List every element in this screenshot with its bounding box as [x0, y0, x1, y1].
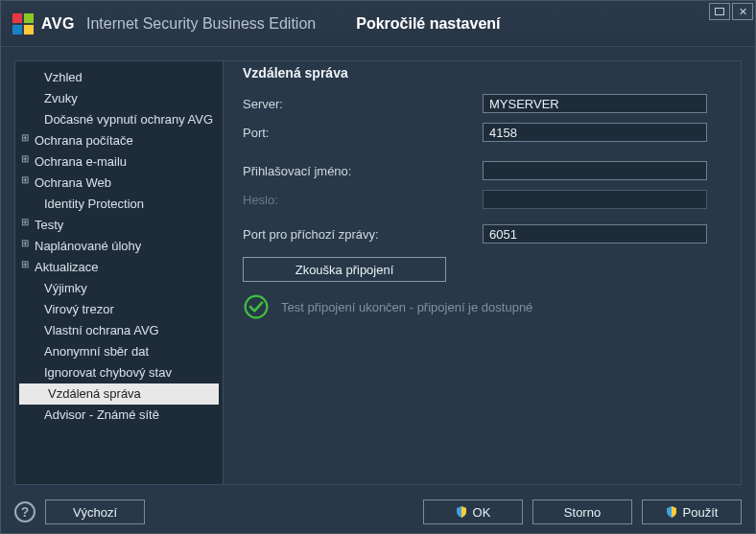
sidebar-item-docasne-vypnuti[interactable]: Dočasné vypnutí ochrany AVG [15, 109, 223, 130]
check-circle-icon [243, 293, 270, 320]
sidebar-item-anonymni-sber[interactable]: Anonymní sběr dat [15, 341, 223, 362]
port-input[interactable] [483, 123, 707, 142]
default-button[interactable]: Výchozí [45, 499, 145, 524]
sidebar-item-vzdalena-sprava[interactable]: Vzdálená správa [19, 383, 219, 405]
nav-label: Aktualizace [35, 259, 98, 276]
incoming-port-label: Port pro příchozí zprávy: [243, 227, 483, 242]
server-label: Server: [243, 97, 483, 111]
avg-logo-icon [12, 13, 34, 35]
sidebar-item-ochrana-pocitace[interactable]: ⊞Ochrana počítače [15, 130, 223, 151]
svg-point-5 [246, 296, 268, 318]
maximize-icon [715, 8, 724, 15]
port-label: Port: [243, 126, 483, 140]
incoming-port-input[interactable] [483, 224, 707, 244]
connection-status-text: Test připojení ukončen - připojení je do… [281, 300, 532, 314]
sidebar-item-aktualizace[interactable]: ⊞Aktualizace [15, 257, 223, 278]
close-icon: ✕ [739, 6, 747, 18]
password-label: Heslo: [243, 193, 483, 207]
svg-rect-3 [24, 24, 34, 34]
nav-label: Výjimky [44, 280, 87, 297]
expand-icon: ⊞ [21, 260, 31, 269]
sidebar-item-naplanovane-ulohy[interactable]: ⊞Naplánované úlohy [15, 236, 223, 257]
expand-icon: ⊞ [21, 133, 31, 143]
login-label: Přihlašovací jméno: [243, 164, 483, 178]
svg-rect-4 [716, 9, 724, 15]
password-input [483, 190, 707, 209]
footer: ? Výchozí OK Storno Použít [1, 491, 755, 533]
shield-icon [456, 506, 467, 518]
sidebar-item-ochrana-web[interactable]: ⊞Ochrana Web [15, 173, 223, 194]
expand-icon: ⊞ [21, 218, 31, 227]
login-input[interactable] [483, 161, 707, 180]
help-icon: ? [21, 504, 30, 520]
sidebar-item-ochrana-emailu[interactable]: ⊞Ochrana e-mailu [15, 151, 223, 173]
shield-icon [666, 506, 677, 518]
nav-label: Vlastní ochrana AVG [44, 322, 159, 339]
nav-label: Zvuky [44, 90, 78, 107]
server-input[interactable] [483, 94, 707, 113]
ok-label: OK [473, 505, 491, 520]
nav-label: Identity Protection [44, 196, 144, 213]
help-button[interactable]: ? [14, 501, 35, 522]
nav-label: Ochrana počítače [35, 132, 133, 150]
section-title: Vzdálená správa [243, 65, 731, 81]
sidebar-item-advisor-site[interactable]: Advisor - Známé sítě [15, 405, 223, 426]
content-panel: Vzdálená správa Server: Port: Přihlašova… [224, 60, 742, 485]
nav-label: Testy [35, 217, 63, 234]
nav-label: Ochrana e-mailu [35, 153, 127, 171]
sidebar: VzhledZvukyDočasné vypnutí ochrany AVG⊞O… [14, 60, 224, 485]
expand-icon: ⊞ [21, 154, 31, 164]
nav-label: Anonymní sběr dat [44, 343, 149, 360]
sidebar-item-virovy-trezor[interactable]: Virový trezor [15, 299, 223, 320]
ok-button[interactable]: OK [423, 499, 523, 524]
sidebar-item-identity-protection[interactable]: Identity Protection [15, 194, 223, 215]
dialog-title: Pokročilé nastavení [356, 15, 500, 33]
titlebar: AVG Internet Security Business Edition P… [1, 1, 755, 47]
svg-rect-2 [12, 24, 22, 34]
expand-icon: ⊞ [21, 239, 31, 248]
app-logo: AVG Internet Security Business Edition [12, 13, 316, 35]
sidebar-item-vzhled[interactable]: Vzhled [15, 67, 223, 88]
nav-label: Ochrana Web [35, 174, 111, 192]
app-name: AVG [41, 15, 75, 33]
svg-rect-0 [12, 13, 22, 23]
expand-icon: ⊞ [21, 175, 31, 185]
nav-label: Virový trezor [44, 301, 114, 318]
sidebar-item-ignorovat-chybovy[interactable]: Ignorovat chybový stav [15, 362, 223, 383]
nav-label: Dočasné vypnutí ochrany AVG [44, 111, 213, 128]
close-button[interactable]: ✕ [732, 3, 753, 20]
nav-label: Naplánované úlohy [35, 238, 141, 255]
apply-label: Použít [683, 505, 719, 520]
window: AVG Internet Security Business Edition P… [0, 0, 756, 534]
sidebar-item-testy[interactable]: ⊞Testy [15, 215, 223, 236]
svg-rect-1 [24, 13, 34, 23]
app-edition: Internet Security Business Edition [86, 15, 316, 33]
nav-label: Vzhled [44, 69, 83, 86]
sidebar-item-vyjimky[interactable]: Výjimky [15, 278, 223, 299]
cancel-button[interactable]: Storno [532, 499, 632, 524]
nav-label: Advisor - Známé sítě [44, 406, 159, 424]
sidebar-item-zvuky[interactable]: Zvuky [15, 88, 223, 109]
maximize-button[interactable] [709, 3, 730, 20]
test-connection-button[interactable]: Zkouška připojení [243, 257, 446, 282]
sidebar-item-vlastni-ochrana[interactable]: Vlastní ochrana AVG [15, 320, 223, 341]
nav-label: Vzdálená správa [48, 385, 141, 403]
apply-button[interactable]: Použít [642, 499, 742, 524]
nav-label: Ignorovat chybový stav [44, 364, 172, 382]
